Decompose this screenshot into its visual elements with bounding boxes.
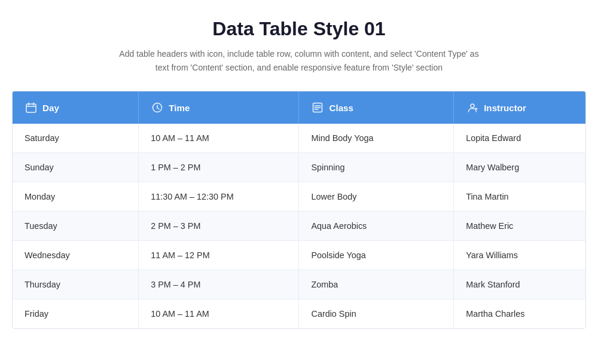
person-icon [466, 101, 479, 114]
table-row: Saturday10 AM – 11 AMMind Body YogaLopit… [13, 124, 585, 153]
cell-day: Tuesday [13, 212, 139, 241]
clock-icon [151, 101, 164, 114]
col-header-instructor: Instructor [454, 91, 585, 124]
table-row: Wednesday11 AM – 12 PMPoolside YogaYara … [13, 241, 585, 270]
page-title: Data Table Style 01 [212, 18, 385, 40]
col-label-day: Day [42, 103, 59, 113]
cell-time: 3 PM – 4 PM [139, 270, 299, 299]
cell-day: Saturday [13, 124, 139, 153]
cell-instructor: Lopita Edward [454, 124, 585, 153]
cell-instructor: Tina Martin [454, 182, 585, 212]
cell-class: Poolside Yoga [299, 241, 454, 270]
cell-day: Thursday [13, 270, 139, 299]
table-header-row: Day Time [13, 91, 585, 124]
text-icon [311, 101, 324, 114]
table-row: Tuesday2 PM – 3 PMAqua AerobicsMathew Er… [13, 212, 585, 241]
table-row: Thursday3 PM – 4 PMZombaMark Stanford [13, 270, 585, 299]
cell-class: Lower Body [299, 182, 454, 212]
cell-day: Sunday [13, 153, 139, 182]
page-subtitle: Add table headers with icon, include tab… [114, 47, 484, 74]
cell-time: 1 PM – 2 PM [139, 153, 299, 182]
table-row: Sunday1 PM – 2 PMSpinningMary Walberg [13, 153, 585, 182]
cell-day: Friday [13, 299, 139, 329]
cell-class: Spinning [299, 153, 454, 182]
col-header-class: Class [299, 91, 454, 124]
cell-time: 2 PM – 3 PM [139, 212, 299, 241]
cell-instructor: Mary Walberg [454, 153, 585, 182]
data-table: Day Time [12, 91, 586, 329]
cell-class: Zomba [299, 270, 454, 299]
col-label-class: Class [329, 103, 353, 113]
svg-point-11 [471, 104, 474, 108]
cell-time: 10 AM – 11 AM [139, 124, 299, 153]
calendar-icon [25, 101, 38, 114]
cell-instructor: Yara Williams [454, 241, 585, 270]
col-header-day: Day [13, 91, 139, 124]
cell-class: Mind Body Yoga [299, 124, 454, 153]
col-label-instructor: Instructor [484, 103, 526, 113]
svg-line-6 [157, 108, 159, 109]
cell-instructor: Mathew Eric [454, 212, 585, 241]
table-row: Friday10 AM – 11 AMCardio SpinMartha Cha… [13, 299, 585, 329]
col-header-time: Time [139, 91, 299, 124]
cell-day: Wednesday [13, 241, 139, 270]
cell-instructor: Martha Charles [454, 299, 585, 329]
cell-instructor: Mark Stanford [454, 270, 585, 299]
cell-class: Aqua Aerobics [299, 212, 454, 241]
table-row: Monday11:30 AM – 12:30 PMLower BodyTina … [13, 182, 585, 212]
svg-rect-0 [26, 104, 36, 112]
cell-time: 10 AM – 11 AM [139, 299, 299, 329]
col-label-time: Time [169, 103, 190, 113]
cell-time: 11:30 AM – 12:30 PM [139, 182, 299, 212]
cell-class: Cardio Spin [299, 299, 454, 329]
cell-day: Monday [13, 182, 139, 212]
cell-time: 11 AM – 12 PM [139, 241, 299, 270]
